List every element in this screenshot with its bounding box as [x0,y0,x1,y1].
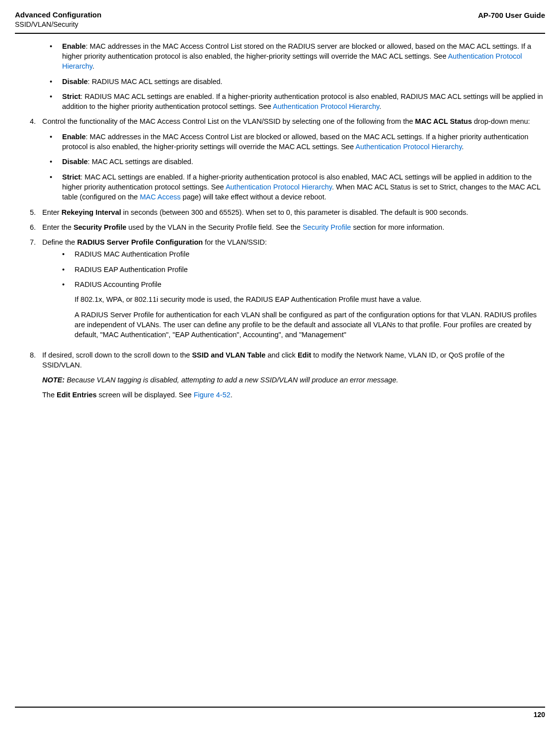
text: Enter the [42,223,74,231]
bullet-content: Enable: MAC addresses in the MAC Access … [62,41,545,72]
link-figure[interactable]: Figure 4-52 [194,391,231,399]
text-after: . [379,102,381,110]
spacer [62,294,75,304]
header-title: Advanced Configuration [15,10,101,20]
text-after: . [231,391,233,399]
bold: RADIUS Server Profile Configuration [77,238,203,246]
bullet-content: Enable: MAC addresses in the MAC Access … [62,132,545,152]
header-left: Advanced Configuration SSID/VLAN/Securit… [15,10,101,29]
text: : RADIUS MAC ACL settings are disabled. [88,78,223,86]
num-marker: 6. [30,222,42,232]
bold: Rekeying Interval [62,208,121,216]
text-after: . [462,143,464,151]
para-content: A RADIUS Server Profile for authenticati… [75,310,545,340]
text-after: . [92,62,94,70]
para-1: If 802.1x, WPA, or 802.11i security mode… [62,294,545,304]
num-marker: 8. [30,350,42,370]
bullet-enable-1: • Enable: MAC addresses in the MAC Acces… [50,41,545,72]
bold: Edit [298,351,311,359]
numbered-item-4: 4. Control the functionality of the MAC … [30,116,545,126]
bold: Edit Entries [57,391,97,399]
text: screen will be displayed. See [97,391,194,399]
bullet-marker: • [50,77,62,87]
label: Enable [62,133,86,141]
bullet-marker: • [50,91,62,112]
text: for the VLAN/SSID: [203,238,267,246]
num-content: Define the RADIUS Server Profile Configu… [42,237,545,345]
para-2: A RADIUS Server Profile for authenticati… [62,310,545,340]
numbered-item-7: 7. Define the RADIUS Server Profile Conf… [30,237,545,345]
link-auth-hierarchy[interactable]: Authentication Protocol Hierarchy [355,143,462,151]
header-divider [15,33,545,34]
label: Disable [62,158,88,166]
note-label: NOTE: [42,376,65,384]
bullet-content: Strict: RADIUS MAC ACL settings are enab… [62,91,545,112]
text: Enter [42,208,62,216]
num-content: Enter the Security Profile used by the V… [42,222,545,232]
page-header: Advanced Configuration SSID/VLAN/Securit… [15,10,545,33]
sub-content: RADIUS EAP Authentication Profile [75,265,545,274]
note: NOTE: Because VLAN tagging is disabled, … [42,375,545,385]
bullet-content: Disable: MAC ACL settings are disabled. [62,157,545,167]
bullet-marker: • [50,172,62,202]
sub-marker: • [62,249,75,259]
link-security-profile[interactable]: Security Profile [303,223,351,231]
text: Define the [42,238,77,246]
text: used by the VLAN in the Security Profile… [126,223,303,231]
link-mac-access[interactable]: MAC Access [140,193,180,201]
text: drop-down menu: [472,117,530,125]
sub-bullet-2: • RADIUS EAP Authentication Profile [62,265,545,274]
final-text: The Edit Entries screen will be displaye… [42,390,545,400]
sub-bullet-3: • RADIUS Accounting Profile [62,279,545,289]
bullet-strict-2: • Strict: MAC ACL settings are enabled. … [50,172,545,202]
bullet-content: Strict: MAC ACL settings are enabled. If… [62,172,545,202]
sub-marker: • [62,279,75,289]
header-subtitle: SSID/VLAN/Security [15,20,101,29]
text: The [42,391,57,399]
num-content: Control the functionality of the MAC Acc… [42,116,545,126]
bullet-enable-2: • Enable: MAC addresses in the MAC Acces… [50,132,545,152]
text: If desired, scroll down to the scroll do… [42,351,192,359]
spacer [62,310,75,340]
bullet-disable-1: • Disable: RADIUS MAC ACL settings are d… [50,77,545,87]
numbered-item-6: 6. Enter the Security Profile used by th… [30,222,545,232]
sub-bullet-1: • RADIUS MAC Authentication Profile [62,249,545,259]
bullet-strict-1: • Strict: RADIUS MAC ACL settings are en… [50,91,545,112]
num-marker: 5. [30,207,42,217]
sub-content: RADIUS MAC Authentication Profile [75,249,545,259]
label: Strict [62,92,80,100]
text: section for more information. [351,223,444,231]
text: page) will take effect without a device … [181,193,326,201]
bold: MAC ACL Status [415,117,472,125]
numbered-item-5: 5. Enter Rekeying Interval in seconds (b… [30,207,545,217]
numbered-item-8: 8. If desired, scroll down to the scroll… [30,350,545,370]
text: in seconds (between 300 and 65525). When… [121,208,469,216]
bullet-content: Disable: RADIUS MAC ACL settings are dis… [62,77,545,87]
link-auth-hierarchy[interactable]: Authentication Protocol Hierarchy [273,102,379,110]
text: : MAC ACL settings are disabled. [88,158,193,166]
text: Control the functionality of the MAC Acc… [42,117,415,125]
bullet-marker: • [50,41,62,72]
num-marker: 4. [30,116,42,126]
num-content: If desired, scroll down to the scroll do… [42,350,545,370]
note-text: Because VLAN tagging is disabled, attemp… [65,376,398,384]
text: and click [265,351,297,359]
label: Enable [62,42,86,50]
bullet-marker: • [50,132,62,152]
label: Strict [62,173,80,181]
bold: SSID and VLAN Table [192,351,265,359]
num-content: Enter Rekeying Interval in seconds (betw… [42,207,545,217]
link-auth-hierarchy[interactable]: Authentication Protocol Hierarchy [226,183,332,191]
label: Disable [62,78,88,86]
sub-marker: • [62,265,75,274]
num-marker: 7. [30,237,42,345]
bold: Security Profile [74,223,126,231]
bullet-disable-2: • Disable: MAC ACL settings are disabled… [50,157,545,167]
sub-content: RADIUS Accounting Profile [75,279,545,289]
para-content: If 802.1x, WPA, or 802.11i security mode… [75,294,545,304]
header-guide: AP-700 User Guide [478,10,545,20]
bullet-marker: • [50,157,62,167]
